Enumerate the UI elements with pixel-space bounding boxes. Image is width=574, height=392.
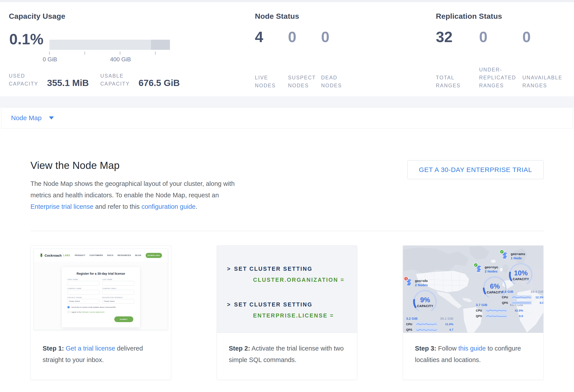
- field-label: REASON FOR INTEREST: [102, 297, 134, 298]
- field-label: PROJECT PHASE: [67, 297, 99, 298]
- node-count: 2 Nodes: [485, 269, 498, 273]
- dead-nodes-label: DEAD NODES: [321, 74, 354, 90]
- node-locality-text: geo=ams 1 Node: [511, 252, 525, 260]
- sql-keyword: SET CLUSTER SETTING: [234, 266, 312, 272]
- qps-sparkline: [415, 328, 438, 331]
- sql-setting-name: ENTERPRISE.LICENSE =: [253, 310, 357, 321]
- capacity-bar-reserved-segment: [151, 40, 170, 50]
- capacity-percent: 9%: [420, 296, 430, 304]
- step-number: Step 1:: [42, 345, 64, 352]
- capacity-label: CAPACITY: [417, 304, 433, 308]
- capacity-percent: 6%: [490, 282, 500, 290]
- dashboard-selector-bar[interactable]: Node Map: [1, 107, 573, 129]
- capacity-gauge: 10% CAPACITY: [508, 261, 534, 288]
- cockroach-site-thumbnail: Cockroach LABS PRODUCT CUSTOMERS DOCS RE…: [34, 249, 168, 330]
- sql-code-area: >SET CLUSTER SETTINGCLUSTER.ORGANIZATION…: [217, 246, 357, 333]
- cpu-label: CPU: [406, 322, 413, 326]
- mini-download-button: DOWNLOAD: [146, 253, 162, 258]
- reason-for-interest-field: REASON FOR INTERESTPlease Select: [102, 297, 134, 304]
- node-icon-wrap: 1: [406, 279, 413, 286]
- capacity-used-percent: 0.1%: [9, 30, 43, 48]
- mini-nav-customers: CUSTOMERS: [90, 254, 103, 256]
- this-guide-link[interactable]: this guide: [458, 345, 486, 352]
- locality-name: geo=sfo: [415, 279, 428, 283]
- node-status-title: Node Status: [255, 12, 299, 20]
- step3-caption: Step 3: Follow this guide to configure l…: [403, 333, 543, 366]
- field-label: FIRST NAME: [67, 279, 99, 280]
- cpu-sparkline: [415, 322, 438, 326]
- node-map-selector[interactable]: Node Map: [11, 114, 41, 122]
- sql-prompt: >: [227, 266, 231, 272]
- cpu-sparkline: [485, 309, 507, 312]
- capacity-used: 3.2 GiB: [406, 317, 418, 320]
- get-trial-license-link[interactable]: Get a trial license: [66, 345, 115, 352]
- sql-line: >SET CLUSTER SETTINGCLUSTER.ORGANIZATION…: [227, 263, 357, 285]
- description-text: .: [196, 203, 197, 210]
- text-input: [102, 281, 134, 285]
- used-capacity-label: USED CAPACITY: [9, 72, 38, 88]
- map-node-sfo: 1 geo=sfo 2 Nodes: [406, 279, 456, 331]
- registration-form-title: Register for a 30-day trial license: [67, 272, 134, 275]
- text-input: [102, 290, 134, 295]
- field-label: COMPANY NAME: [67, 288, 99, 289]
- step2-code-panel: >SET CLUSTER SETTINGCLUSTER.ORGANIZATION…: [217, 246, 357, 333]
- enterprise-trial-license-link[interactable]: Enterprise trial license: [30, 203, 93, 210]
- sql-line: >SET CLUSTER SETTINGENTERPRISE.LICENSE =: [227, 299, 357, 321]
- capacity-axis-tick: [155, 52, 156, 55]
- capacity-bar: [49, 40, 170, 50]
- qps-label: QPS: [476, 314, 483, 318]
- replication-status-values: 32 0 0: [436, 28, 566, 45]
- logo-text: Cockroach: [44, 254, 62, 257]
- section-divider: [30, 231, 544, 231]
- step2-caption: Step 2: Activate the trial license with …: [217, 333, 357, 366]
- node-locality-header: ✓ geo=ams 1 Node: [502, 252, 543, 260]
- sql-prompt: >: [227, 301, 231, 308]
- capacity-used: 3.7 GiB: [476, 303, 487, 307]
- description-text: and refer to this: [93, 203, 142, 210]
- qps-metric-row: QPS 0.0: [502, 301, 543, 304]
- caption-text: Follow: [436, 345, 458, 352]
- mini-site-links: PRODUCT CUSTOMERS DOCS RESOURCES BLOG DO…: [75, 253, 162, 258]
- capacity-axis-tick: [120, 52, 120, 55]
- capacity-gauge: 9% CAPACITY: [412, 288, 438, 315]
- chevron-down-icon: [49, 116, 54, 119]
- enterprise-intro: View the Node Map The Node Map shows the…: [30, 159, 249, 212]
- replication-status-title: Replication Status: [436, 12, 502, 20]
- company-name-field: COMPANY NAME: [67, 288, 99, 295]
- step1-screenshot: Cockroach LABS PRODUCT CUSTOMERS DOCS RE…: [31, 246, 171, 333]
- used-capacity-stat: USED CAPACITY 355.1 MiB: [9, 72, 89, 88]
- node-locality-header: 1 geo=sfo 2 Nodes: [406, 279, 456, 287]
- select-input: Please Select: [67, 299, 99, 304]
- setup-steps-cards: Cockroach LABS PRODUCT CUSTOMERS DOCS RE…: [30, 245, 544, 380]
- cockroach-labs-logo: Cockroach LABS: [40, 253, 70, 258]
- step2-card: >SET CLUSTER SETTINGCLUSTER.ORGANIZATION…: [217, 245, 357, 380]
- used-capacity-value: 355.1 MiB: [47, 78, 89, 88]
- text-input: [67, 290, 99, 295]
- field-label: COMPANY EMAIL: [102, 288, 134, 289]
- page-title: View the Node Map: [30, 159, 249, 171]
- under-replicated-ranges-value: 0: [479, 28, 522, 45]
- capacity-total: 35.1 GiB: [440, 317, 453, 320]
- text-input: [67, 281, 99, 285]
- sql-command: >SET CLUSTER SETTINGCLUSTER.ORGANIZATION…: [227, 263, 357, 285]
- step3-map-preview: 1 geo=sfo 2 Nodes: [403, 246, 543, 333]
- node-icon-wrap: ✓: [476, 265, 482, 273]
- mini-nav-product: PRODUCT: [75, 254, 85, 256]
- live-nodes-value: 4: [255, 28, 288, 45]
- registration-form-fields: FIRST NAME LAST NAME COMPANY NAME COMPAN…: [67, 279, 134, 304]
- under-replicated-ranges-label: UNDER- REPLICATED RANGES: [479, 66, 522, 90]
- configuration-guide-link[interactable]: configuration guide: [142, 203, 196, 210]
- submit-button-thumbnail: SUBMIT: [114, 316, 133, 322]
- software-license-agreement-link: Software License Agreement.: [82, 311, 105, 313]
- mini-nav-blog: BLOG: [135, 254, 142, 256]
- get-enterprise-trial-button[interactable]: GET A 30-DAY ENTERPRISE TRIAL: [407, 160, 544, 179]
- mini-nav-resources: RESOURCES: [118, 254, 131, 256]
- checkbox-checked-icon: ✓: [67, 306, 69, 308]
- mini-nav-docs: DOCS: [107, 254, 113, 256]
- locality-name: geo=ams: [511, 252, 525, 256]
- agreement-text: I agree to the: [71, 311, 82, 313]
- last-name-field: LAST NAME: [102, 279, 134, 285]
- cpu-label: CPU: [502, 296, 509, 299]
- sql-command: >SET CLUSTER SETTINGENTERPRISE.LICENSE =: [227, 299, 357, 321]
- usable-capacity-stat: USABLE CAPACITY 676.5 GiB: [100, 72, 180, 88]
